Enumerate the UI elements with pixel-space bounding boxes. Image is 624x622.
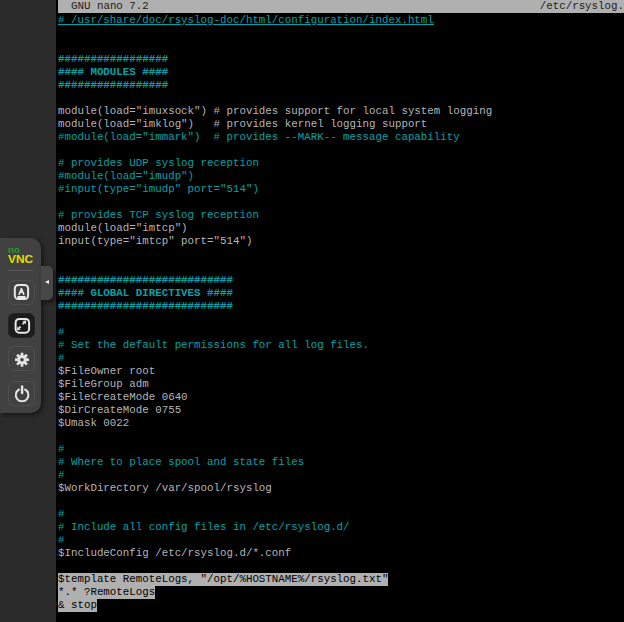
svg-text:VNC: VNC: [8, 253, 33, 265]
